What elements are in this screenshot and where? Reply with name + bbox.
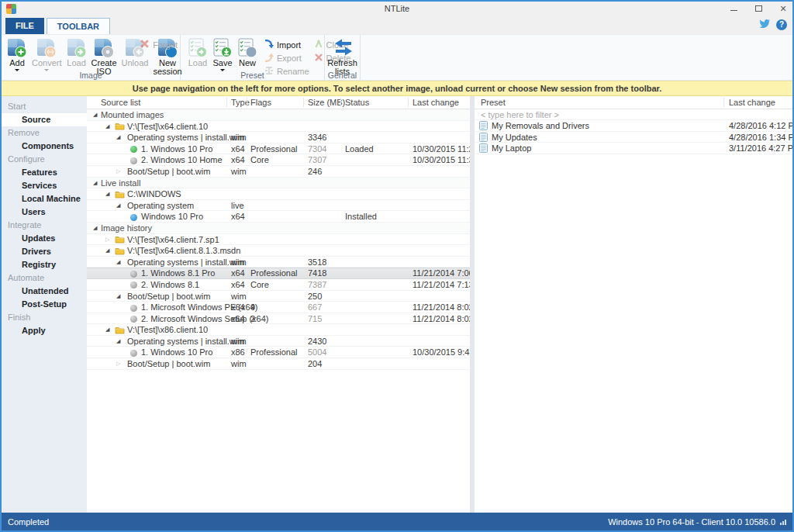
sidebar-item-services[interactable]: Services bbox=[2, 179, 87, 192]
forget-button: Forget bbox=[140, 39, 178, 50]
tree-row[interactable]: 1. Microsoft Windows PE (x64)x64966711/2… bbox=[87, 302, 470, 313]
expand-icon[interactable]: ▷ bbox=[116, 166, 120, 177]
tree-group-row[interactable]: ◢Live install bbox=[87, 178, 470, 189]
collapse-icon[interactable]: ◢ bbox=[116, 291, 120, 302]
load-label: Load bbox=[67, 59, 85, 67]
col-last-change[interactable]: Last change bbox=[413, 98, 459, 107]
expand-icon[interactable]: ▷ bbox=[105, 234, 109, 245]
tree-row[interactable]: ◢V:\[Test]\x86.client.10 bbox=[87, 324, 470, 336]
dot-gray-status-icon bbox=[130, 316, 137, 323]
preset-row[interactable]: My Removals and Drivers4/28/2016 4:12 PM bbox=[475, 120, 792, 132]
tree-group-row[interactable]: ◢Image history bbox=[87, 223, 470, 234]
export-button: Export bbox=[264, 52, 309, 64]
sidebar-item-source[interactable]: Source bbox=[2, 113, 87, 126]
tree-group-row[interactable]: ◢Mounted images bbox=[87, 109, 470, 121]
preset-row[interactable]: My Updates4/28/2016 1:34 PM bbox=[475, 132, 792, 143]
dot-gray-status-icon bbox=[130, 350, 137, 357]
collapse-icon[interactable]: ◢ bbox=[93, 178, 97, 188]
tree-row[interactable]: 1. Windows 10 Prox86Professional500410/3… bbox=[87, 347, 470, 358]
row-label: Operating systems | install.wim bbox=[127, 133, 244, 142]
tree-row[interactable]: Windows 10 Prox64Installed bbox=[87, 211, 470, 223]
tree-row[interactable]: ◢Boot/Setup | boot.wimwim250 bbox=[87, 291, 470, 302]
sidebar-section-automate: Automate bbox=[2, 271, 87, 285]
cell-status: Installed bbox=[345, 212, 377, 221]
help-icon[interactable]: ? bbox=[776, 19, 787, 30]
tab-file[interactable]: FILE bbox=[5, 18, 44, 34]
sidebar-item-apply[interactable]: Apply bbox=[2, 324, 87, 337]
export-label: Export bbox=[277, 54, 302, 63]
col-preset[interactable]: Preset bbox=[481, 98, 506, 107]
preset-last-change: 4/28/2016 1:34 PM bbox=[729, 133, 792, 142]
save-button[interactable]: Save bbox=[210, 36, 235, 71]
maximize-button[interactable] bbox=[754, 5, 763, 12]
preset-file-icon bbox=[479, 133, 488, 143]
sidebar-item-registry[interactable]: Registry bbox=[2, 258, 87, 271]
preset-row[interactable]: My Laptop3/11/2016 4:27 PM bbox=[475, 143, 792, 154]
sidebar-item-features[interactable]: Features bbox=[2, 166, 87, 179]
tree-row[interactable]: ▷Boot/Setup | boot.wimwim204 bbox=[87, 358, 470, 370]
group-label-preset: Preset bbox=[181, 71, 324, 80]
tree-row[interactable]: 2. Windows 10 Homex64Core730710/30/2015 … bbox=[87, 154, 470, 166]
preset-filter-input[interactable]: < type here to filter > bbox=[475, 109, 792, 120]
col-source-list[interactable]: Source list bbox=[101, 98, 140, 107]
tree-row[interactable]: 1. Windows 8.1 Prox64Professional741811/… bbox=[87, 268, 470, 279]
sidebar-section-finish: Finish bbox=[2, 311, 87, 324]
refresh-icon bbox=[333, 38, 353, 58]
tree-row[interactable]: ◢Operating systems | install.wimwim2430 bbox=[87, 336, 470, 347]
sidebar-item-drivers[interactable]: Drivers bbox=[2, 245, 87, 258]
row-label: V:\[Test]\x64.client.8.1.3.msdn bbox=[127, 246, 240, 255]
collapse-icon[interactable]: ◢ bbox=[105, 121, 109, 132]
expand-icon[interactable]: ▷ bbox=[116, 358, 120, 369]
sidebar-item-users[interactable]: Users bbox=[2, 206, 87, 219]
convert-label: Convert bbox=[32, 59, 62, 67]
tree-row[interactable]: ◢Operating systems | install.wimwim3518 bbox=[87, 257, 470, 268]
col-status[interactable]: Status bbox=[345, 98, 369, 107]
preset-new-icon bbox=[237, 38, 257, 58]
sidebar-item-components[interactable]: Components bbox=[2, 140, 87, 153]
collapse-icon[interactable]: ◢ bbox=[93, 223, 97, 233]
cell-last-change: 10/30/2015 11:27 AM bbox=[413, 144, 470, 154]
collapse-icon[interactable]: ◢ bbox=[105, 324, 109, 335]
tree-row[interactable]: ◢Operating systems | install.wimwim3346 bbox=[87, 132, 470, 143]
sidebar-item-unattended[interactable]: Unattended bbox=[2, 285, 87, 298]
tree-row[interactable]: ▷Boot/Setup | boot.wimwim246 bbox=[87, 166, 470, 178]
cell-type: wim bbox=[231, 337, 247, 346]
ribbon-group-image: AddConvertLoadCreate ISOUnloadNew sessio… bbox=[2, 35, 181, 80]
doc-load-icon bbox=[67, 38, 87, 58]
minimize-button[interactable] bbox=[729, 5, 738, 12]
tree-row[interactable]: 1. Windows 10 Prox64Professional7304Load… bbox=[87, 143, 470, 155]
tree-row[interactable]: ◢Operating systemlive bbox=[87, 200, 470, 212]
collapse-icon[interactable]: ◢ bbox=[116, 132, 120, 143]
sidebar-item-local-machine[interactable]: Local Machine bbox=[2, 192, 87, 206]
collapse-icon[interactable]: ◢ bbox=[105, 188, 109, 199]
folder-icon bbox=[115, 247, 125, 257]
import-button[interactable]: Import bbox=[264, 39, 309, 50]
tree-row[interactable]: ◢C:\WINDOWS bbox=[87, 188, 470, 200]
collapse-icon[interactable]: ◢ bbox=[105, 245, 109, 256]
cell-type: wim bbox=[231, 133, 247, 142]
tree-row[interactable]: ◢V:\[Test]\x64.client.8.1.3.msdn bbox=[87, 245, 470, 257]
cell-type: x64 bbox=[231, 144, 245, 154]
tree-row[interactable]: ◢V:\[Test]\x64.client.10 bbox=[87, 121, 470, 133]
tab-toolbar[interactable]: TOOLBAR bbox=[47, 18, 110, 34]
tree-row[interactable]: 2. Microsoft Windows Setup (x64)x6427151… bbox=[87, 313, 470, 325]
collapse-icon[interactable]: ◢ bbox=[93, 109, 97, 120]
col-preset-last-change[interactable]: Last change bbox=[729, 98, 775, 107]
ribbon-group-preset: LoadSaveNew ImportExportRename CloneDele… bbox=[181, 35, 325, 80]
row-label: 1. Windows 8.1 Pro bbox=[141, 268, 215, 278]
twitter-icon[interactable] bbox=[759, 18, 771, 32]
collapse-icon[interactable]: ◢ bbox=[116, 336, 120, 347]
sidebar-item-post-setup[interactable]: Post-Setup bbox=[2, 298, 87, 311]
close-button[interactable]: ✕ bbox=[778, 5, 788, 12]
row-label: Operating systems | install.wim bbox=[127, 257, 244, 267]
col-flags[interactable]: Flags bbox=[250, 98, 271, 107]
collapse-icon[interactable]: ◢ bbox=[116, 200, 120, 211]
add-button[interactable]: Add bbox=[5, 36, 29, 71]
tree-row[interactable]: ▷V:\[Test]\x64.client.7.sp1 bbox=[87, 234, 470, 246]
row-label: Mounted images bbox=[101, 110, 164, 119]
new-button[interactable]: New bbox=[235, 36, 260, 71]
tree-row[interactable]: 2. Windows 8.1x64Core738711/21/2014 7:13… bbox=[87, 279, 470, 291]
cell-flags: 2 bbox=[250, 314, 255, 323]
collapse-icon[interactable]: ◢ bbox=[116, 257, 120, 268]
sidebar-item-updates[interactable]: Updates bbox=[2, 232, 87, 245]
